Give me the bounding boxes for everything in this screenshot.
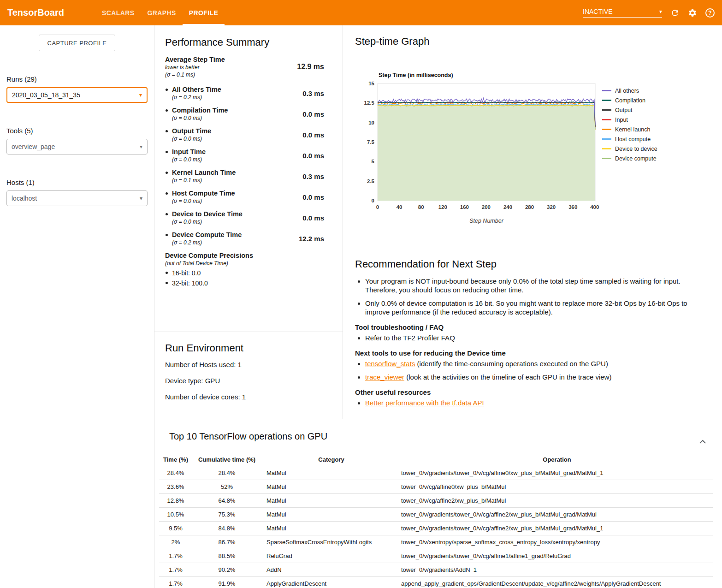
col-header-cumulative: Cumulative time (%)	[192, 453, 261, 466]
runs-label: Runs (29)	[6, 75, 154, 83]
metric-label: Device Compute Time	[172, 231, 299, 238]
status-dropdown[interactable]: INACTIVE ▾	[583, 8, 662, 18]
cell-operation: tower_0/v/gradients/tower_0/v/cg/affine0…	[401, 466, 713, 480]
perf-divider	[154, 332, 343, 332]
metric-value: 0.0 ms	[302, 110, 324, 118]
x-tick-label: 320	[547, 204, 556, 210]
precision-text: 32-bit: 100.0	[172, 279, 208, 287]
nav-tab[interactable]: SCALARS	[95, 0, 141, 25]
metric-value: 0.3 ms	[302, 89, 324, 97]
faq-bullets: Refer to the TF2 Profiler FAQ	[355, 333, 707, 342]
tool-link-bullet: trace_viewer (look at the activities on …	[365, 373, 707, 381]
x-tick-label: 360	[568, 204, 577, 210]
y-tick-label: 2.5	[367, 178, 375, 184]
tool-link[interactable]: tensorflow_stats	[365, 360, 415, 368]
cell-category: SparseSoftmaxCrossEntropyWithLogits	[261, 535, 401, 549]
status-dropdown-value: INACTIVE	[583, 8, 613, 15]
nav-tab[interactable]: GRAPHS	[141, 0, 182, 25]
cell-cumulative: 64.8%	[192, 494, 261, 508]
device-compute-area	[378, 105, 595, 201]
legend-label: Device compute	[615, 155, 657, 162]
recommendation-section: Recommendation for Next Step Your progra…	[343, 247, 722, 412]
cell-category: MatMul	[261, 522, 401, 535]
cell-cumulative: 91.9%	[192, 577, 261, 588]
chevron-down-icon: ▾	[140, 196, 142, 201]
topbar-controls: INACTIVE ▾ ?	[583, 8, 722, 18]
recommendation-bullet: Your program is NOT input-bound because …	[365, 277, 707, 294]
graph-divider	[343, 247, 722, 247]
performance-summary-title: Performance Summary	[165, 36, 324, 48]
legend-item: Device compute	[602, 155, 657, 161]
x-tick-label: 400	[590, 204, 599, 210]
cell-time: 1.7%	[159, 577, 192, 588]
x-axis-title: Step Number	[469, 218, 503, 224]
bullet-icon	[166, 89, 168, 91]
legend-item: Compilation	[602, 97, 657, 103]
help-icon[interactable]: ?	[705, 8, 715, 18]
legend-label: Device to device	[615, 146, 657, 152]
bullet-icon	[166, 130, 168, 132]
precisions-label: Device Compute Precisions	[165, 252, 324, 259]
tool-link[interactable]: trace_viewer	[365, 373, 404, 381]
metric-item: Kernel Launch Time (σ = 0.1 ms) 0.3 ms	[165, 169, 324, 184]
run-environment-line: Device type: GPU	[165, 377, 332, 385]
x-tick-label: 80	[418, 204, 424, 210]
top-ops-title: Top 10 TensorFlow operations on GPU	[169, 431, 722, 442]
tensorboard-profile-page: TensorBoard SCALARS GRAPHS PROFILE INACT…	[0, 0, 722, 588]
runs-dropdown[interactable]: 2020_03_05_18_31_35 ▾	[6, 87, 148, 103]
runs-dropdown-value: 2020_03_05_18_31_35	[12, 91, 80, 99]
average-step-time-value: 12.9 ms	[297, 63, 324, 71]
y-tick-label: 12.5	[364, 100, 375, 106]
metric-list: All Others Time (σ = 0.2 ms) 0.3 ms Comp…	[165, 86, 324, 246]
legend-label: Kernel launch	[615, 126, 650, 133]
run-environment-section: Run Environment Number of Hosts used: 1 …	[154, 332, 343, 409]
legend-label: All others	[615, 88, 639, 94]
refresh-icon[interactable]	[670, 8, 680, 18]
recommendation-bullet: Only 0.0% of device computation is 16 bi…	[365, 299, 707, 316]
metric-label: All Others Time	[172, 86, 302, 93]
gear-icon[interactable]	[688, 8, 697, 18]
hosts-dropdown[interactable]: localhost ▾	[6, 190, 148, 206]
x-tick-label: 280	[525, 204, 534, 210]
run-environment-list: Number of Hosts used: 1 Device type: GPU…	[165, 361, 332, 401]
metric-sigma: (σ = 0.2 ms)	[172, 239, 299, 246]
precision-item: 16-bit: 0.0	[165, 269, 324, 277]
legend-swatch-icon	[602, 119, 611, 120]
cell-time: 1.7%	[159, 563, 192, 577]
legend-item: Device to device	[602, 146, 657, 152]
cell-time: 23.6%	[159, 480, 192, 494]
metric-value: 12.2 ms	[299, 235, 324, 243]
run-environment-line: Number of device cores: 1	[165, 393, 332, 401]
table-row: 9.5% 84.8% MatMul tower_0/v/gradients/to…	[159, 522, 713, 535]
cell-time: 12.8%	[159, 494, 192, 508]
nav-tab[interactable]: PROFILE	[183, 0, 225, 25]
metric-item: Compilation Time (σ = 0.0 ms) 0.0 ms	[165, 107, 324, 121]
average-step-time-sigma: (σ = 0.1 ms)	[165, 71, 297, 78]
col-header-time: Time (%)	[159, 453, 192, 466]
bullet-icon	[166, 213, 168, 215]
resource-link[interactable]: Better performance with the tf.data API	[365, 399, 484, 407]
chart-legend: All others Compilation Output Input	[602, 88, 657, 165]
cell-operation: append_apply_gradient_ops/GradientDescen…	[401, 577, 713, 588]
bullet-icon	[166, 272, 168, 274]
app-title: TensorBoard	[0, 7, 64, 18]
top-ops-table: Time (%) Cumulative time (%) Category Op…	[159, 453, 713, 588]
metric-label: Input Time	[172, 148, 302, 155]
collapse-chevron-icon[interactable]	[697, 436, 708, 447]
capture-profile-button[interactable]: CAPTURE PROFILE	[39, 35, 115, 51]
legend-label: Compilation	[615, 97, 645, 104]
legend-label: Input	[615, 117, 628, 123]
device-compute-precisions: Device Compute Precisions (out of Total …	[165, 252, 324, 287]
legend-item: Host compute	[602, 136, 657, 142]
next-tools-bullets: tensorflow_stats (identify the time-cons…	[355, 359, 707, 381]
legend-label: Output	[615, 107, 633, 113]
table-header-row: Time (%) Cumulative time (%) Category Op…	[159, 453, 713, 466]
metric-sigma: (σ = 0.1 ms)	[172, 177, 302, 184]
cell-category: MatMul	[261, 508, 401, 522]
legend-label: Host compute	[615, 136, 651, 143]
tools-dropdown[interactable]: overview_page ▾	[6, 139, 148, 154]
step-time-chart: 02.557.51012.515040801201602002402803203…	[355, 80, 600, 227]
metric-value: 0.0 ms	[302, 152, 324, 160]
metric-label: Host Compute Time	[172, 190, 302, 197]
metric-sigma: (σ = 0.0 ms)	[172, 198, 302, 204]
